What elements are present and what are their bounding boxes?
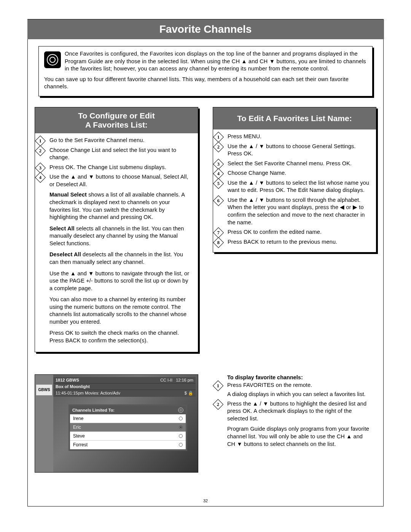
editname-steps: 1Press MENU. 2Use the ▲ / ▼ buttons to c…: [213, 132, 376, 247]
list-item: Eric: [70, 423, 186, 432]
guide-dialog-target-icon: [178, 407, 183, 413]
step-1: 1Go to the Set Favorite Channel menu.: [35, 136, 198, 145]
page-frame: Favorite Channels Once Favorites is conf…: [27, 19, 384, 506]
manual-select-bold: Manual Select: [49, 192, 87, 198]
r-step-2-text: Use the ▲ / ▼ buttons to choose General …: [228, 143, 356, 157]
r-step-6: 6Use the ▲ / ▼ buttons to scroll through…: [213, 195, 376, 227]
d-step-1-text: Press FAVORITES on the remote.: [227, 382, 312, 388]
display-tail: Program Guide displays only programs fro…: [213, 423, 376, 450]
page-title: Favorite Channels: [27, 19, 384, 39]
guide-logo: GBWS: [36, 385, 52, 395]
editname-section: To Edit A Favorites List Name: 1Press ME…: [213, 107, 376, 252]
step-2: 2Choose Change List and select the list …: [35, 145, 198, 163]
configure-steps: 1Go to the Set Favorite Channel menu. 2C…: [35, 136, 198, 189]
configure-section: To Configure or Edit A Favorites List: 1…: [35, 107, 198, 352]
r-step-8-text: Press BACK to return to the previous men…: [228, 239, 337, 245]
configure-heading-line1: To Configure or Edit: [78, 111, 155, 120]
r-step-5-text: Use the ▲ / ▼ buttons to select the list…: [228, 180, 369, 193]
ok-para: Press OK to switch the check marks on th…: [35, 328, 198, 346]
guide-cc-clock: CC I-II 12:16 pm: [160, 378, 193, 382]
configure-column: To Configure or Edit A Favorites List: 1…: [35, 107, 198, 352]
nav-para: Use the ▲ and ▼ buttons to navigate thro…: [35, 268, 198, 294]
step-2-text: Choose Change List and select the list y…: [49, 147, 176, 161]
step-4: 4Use the ▲ and ▼ buttons to choose Manua…: [35, 172, 198, 189]
intro-paragraph-1: Once Favorites is configured, the Favori…: [44, 50, 367, 73]
guide-dialog-title: Channels Limited To:: [72, 408, 115, 412]
list-item: Irene: [70, 414, 186, 423]
select-all-para: Select All selects all channels in the l…: [35, 223, 198, 249]
r-step-1: 1Press MENU.: [213, 132, 376, 142]
list-item: Steve: [70, 432, 186, 441]
display-favorites-col: To display favorite channels: 1Press FAV…: [213, 374, 376, 473]
r-step-7: 7Press OK to confirm the edited name.: [213, 227, 376, 237]
favorites-icon: [44, 51, 61, 68]
list-item: Forrest: [70, 441, 186, 449]
r-step-5: 5Use the ▲ / ▼ buttons to select the lis…: [213, 178, 376, 195]
guide-dollar-icon: $ 🔒: [185, 391, 193, 396]
d-step-1b: A dialog displays in which you can selec…: [213, 390, 376, 399]
configure-heading-line2: A Favorites List:: [85, 120, 148, 129]
step-4-text: Use the ▲ and ▼ buttons to choose Manual…: [49, 174, 188, 187]
editname-column: To Edit A Favorites List Name: 1Press ME…: [213, 107, 376, 352]
r-step-3-text: Select the Set Favorite Channel menu. Pr…: [228, 160, 352, 166]
manual-select-para: Manual Select shows a list of all availa…: [35, 189, 198, 223]
guide-banner: 1812 GBWS CC I-II 12:16 pm Box of Moonli…: [53, 377, 196, 397]
deselect-all-para: Deselect All deselects all the channels …: [35, 249, 198, 268]
d-step-1: 1Press FAVORITES on the remote.: [213, 380, 376, 390]
guide-screenshot-col: GBWS 1812 GBWS CC I-II 12:16 pm Box of M…: [35, 374, 198, 473]
step-3-text: Press OK. The Change List submenu displa…: [49, 164, 166, 170]
guide-name-list: Irene Eric Steve Forrest: [70, 414, 186, 449]
bottom-row: GBWS 1812 GBWS CC I-II 12:16 pm Box of M…: [28, 374, 383, 473]
guide-screenshot: GBWS 1812 GBWS CC I-II 12:16 pm Box of M…: [35, 374, 198, 473]
configure-heading: To Configure or Edit A Favorites List:: [35, 107, 198, 133]
r-step-3: 3Select the Set Favorite Channel menu. P…: [213, 159, 376, 169]
select-all-bold: Select All: [49, 225, 75, 232]
r-step-1-text: Press MENU.: [228, 133, 261, 139]
columns: To Configure or Edit A Favorites List: 1…: [28, 107, 383, 352]
deselect-all-bold: Deselect All: [49, 251, 81, 257]
r-step-2: 2Use the ▲ / ▼ buttons to choose General…: [213, 142, 376, 159]
page-number: 32: [28, 498, 383, 503]
r-step-4-text: Choose Change Name.: [228, 170, 286, 176]
guide-time-genre: 11:45-01:15pm Movies: Action/Adv: [56, 391, 120, 396]
editname-heading: To Edit A Favorites List Name:: [213, 107, 376, 129]
d-step-2: 2Press the ▲ / ▼ buttons to highlight th…: [213, 399, 376, 424]
r-step-7-text: Press OK to confirm the edited name.: [228, 229, 322, 235]
intro-paragraph-2: You can save up to four different favori…: [44, 76, 367, 91]
d-step-2-text: Press the ▲ / ▼ buttons to highlight the…: [227, 401, 366, 422]
intro-box: Once Favorites is configured, the Favori…: [38, 46, 373, 96]
step-1-text: Go to the Set Favorite Channel menu.: [49, 137, 145, 143]
r-step-4: 4Choose Change Name.: [213, 168, 376, 178]
step-3: 3Press OK. The Change List submenu displ…: [35, 163, 198, 173]
guide-dialog: Channels Limited To: Irene Eric Steve Fo…: [68, 404, 187, 451]
guide-program: Box of Moonlight: [56, 384, 90, 389]
r-step-6-text: Use the ▲ / ▼ buttons to scroll through …: [228, 197, 365, 225]
guide-channel: 1812 GBWS: [56, 378, 79, 382]
display-heading: To display favorite channels:: [213, 374, 376, 380]
r-step-8: 8Press BACK to return to the previous me…: [213, 237, 376, 247]
numeric-para: You can also move to a channel by enteri…: [35, 294, 198, 328]
